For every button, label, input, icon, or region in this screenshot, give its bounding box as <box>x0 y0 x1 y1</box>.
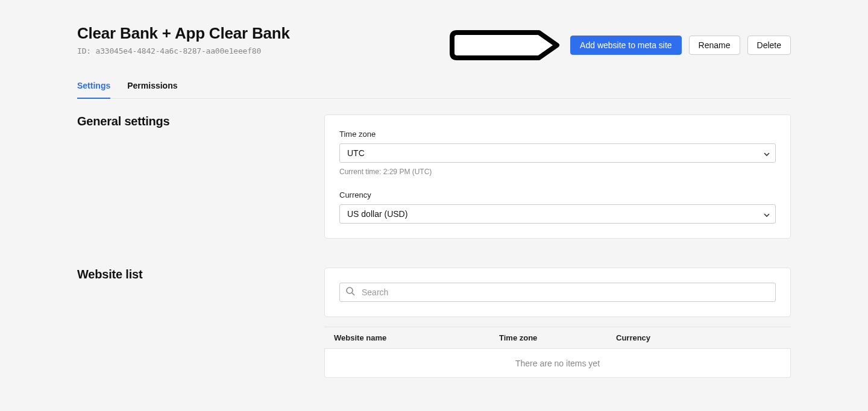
delete-button[interactable]: Delete <box>747 36 791 55</box>
svg-point-0 <box>347 287 353 293</box>
page-title: Clear Bank + App Clear Bank <box>77 24 290 43</box>
website-list-heading: Website list <box>77 268 300 281</box>
annotation-arrow-icon <box>450 28 561 63</box>
column-website-name: Website name <box>334 333 499 342</box>
svg-line-1 <box>352 293 354 295</box>
table-header: Website name Time zone Currency <box>324 327 791 349</box>
entity-id: ID: a33045e4-4842-4a6c-8287-aa00e1eeef80 <box>77 46 290 55</box>
general-settings-heading: General settings <box>77 115 300 128</box>
search-input[interactable] <box>339 283 776 302</box>
website-list-panel <box>324 268 791 317</box>
add-website-button[interactable]: Add website to meta site <box>570 36 682 55</box>
current-time-helper: Current time: 2:29 PM (UTC) <box>339 168 776 176</box>
currency-label: Currency <box>339 190 776 199</box>
tabs: Settings Permissions <box>77 75 791 99</box>
rename-button[interactable]: Rename <box>689 36 740 55</box>
website-table: Website name Time zone Currency There ar… <box>324 327 791 378</box>
column-time-zone: Time zone <box>499 333 616 342</box>
search-icon <box>345 286 355 298</box>
general-settings-panel: Time zone Current time: 2:29 PM (UTC) Cu… <box>324 115 791 239</box>
tab-permissions[interactable]: Permissions <box>127 75 177 99</box>
table-empty-state: There are no items yet <box>324 349 791 378</box>
currency-select[interactable] <box>339 204 776 224</box>
timezone-label: Time zone <box>339 130 776 139</box>
tab-settings[interactable]: Settings <box>77 75 110 99</box>
column-currency: Currency <box>616 333 781 342</box>
timezone-select[interactable] <box>339 143 776 163</box>
